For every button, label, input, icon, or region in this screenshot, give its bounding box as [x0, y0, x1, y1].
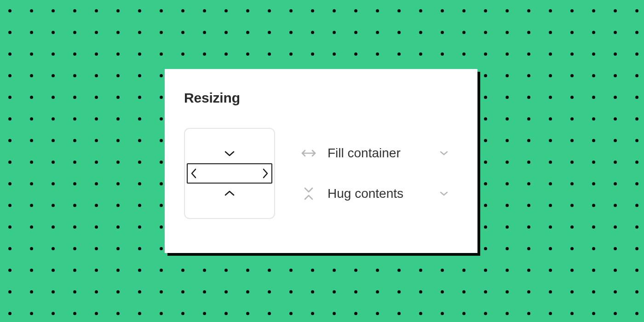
chevron-down-icon [224, 150, 235, 157]
vertical-resize-label: Hug contents [328, 186, 429, 201]
chevron-up-icon [224, 190, 235, 196]
resize-horizontal-bar[interactable] [187, 163, 272, 184]
resize-options-list: Fill container Hug contents [301, 146, 448, 201]
horizontal-resize-dropdown[interactable]: Fill container [301, 146, 448, 161]
caret-down-icon [440, 150, 448, 156]
resizing-panel: Resizing [165, 69, 477, 253]
horizontal-resize-label: Fill container [328, 146, 429, 161]
hug-vertical-icon [301, 187, 316, 201]
panel-body: Fill container Hug contents [184, 128, 458, 219]
panel-title: Resizing [184, 90, 458, 106]
arrows-horizontal-icon [301, 149, 316, 158]
vertical-resize-dropdown[interactable]: Hug contents [301, 186, 448, 201]
caret-down-icon [440, 191, 448, 196]
chevron-left-icon [190, 168, 197, 178]
resize-preview-widget[interactable] [184, 128, 275, 219]
chevron-right-icon [262, 168, 269, 178]
